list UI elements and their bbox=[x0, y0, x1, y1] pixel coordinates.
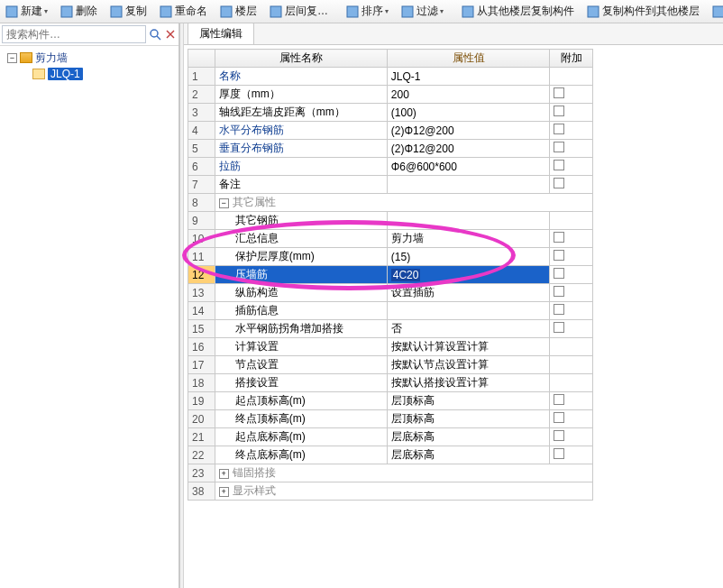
group-header[interactable]: +锚固搭接 bbox=[215, 464, 592, 482]
prop-extra-cell[interactable] bbox=[550, 428, 593, 446]
prop-value-cell[interactable]: 200 bbox=[387, 86, 549, 104]
toolbar-copy-button[interactable]: 复制 bbox=[106, 2, 151, 21]
prop-name-cell[interactable]: 起点顶标高(m) bbox=[215, 392, 387, 410]
collapse-icon[interactable]: − bbox=[7, 53, 17, 63]
prop-name-cell[interactable]: 节点设置 bbox=[215, 356, 387, 374]
grid-row[interactable]: 6拉筋Φ6@600*600 bbox=[188, 158, 593, 176]
prop-name-cell[interactable]: 保护层厚度(mm) bbox=[215, 248, 387, 266]
prop-extra-cell[interactable] bbox=[550, 302, 593, 320]
checkbox-icon[interactable] bbox=[554, 286, 564, 297]
prop-value-cell[interactable]: 设置插筋 bbox=[387, 284, 549, 302]
checkbox-icon[interactable] bbox=[554, 304, 564, 315]
grid-row[interactable]: 19起点顶标高(m)层顶标高 bbox=[188, 392, 593, 410]
prop-name-cell[interactable]: 轴线距左墙皮距离（mm） bbox=[215, 104, 387, 122]
prop-extra-cell[interactable] bbox=[550, 356, 593, 374]
prop-extra-cell[interactable] bbox=[550, 266, 593, 284]
grid-row[interactable]: 18搭接设置按默认搭接设置计算 bbox=[188, 374, 593, 392]
prop-extra-cell[interactable] bbox=[550, 410, 593, 428]
prop-extra-cell[interactable] bbox=[550, 86, 593, 104]
prop-name-cell[interactable]: 厚度（mm） bbox=[215, 86, 387, 104]
checkbox-icon[interactable] bbox=[554, 87, 564, 98]
search-clear-button[interactable] bbox=[164, 25, 177, 43]
prop-name-cell[interactable]: 水平钢筋拐角增加搭接 bbox=[215, 320, 387, 338]
toolbar-from-button[interactable]: 从其他楼层复制构件 bbox=[458, 2, 578, 21]
grid-row[interactable]: 21起点底标高(m)层底标高 bbox=[188, 428, 593, 446]
prop-extra-cell[interactable] bbox=[550, 176, 593, 194]
prop-value-cell[interactable]: 剪力墙 bbox=[387, 230, 549, 248]
collapse-icon[interactable]: − bbox=[219, 198, 229, 208]
expand-icon[interactable]: + bbox=[219, 469, 229, 479]
prop-value-cell[interactable]: Φ6@600*600 bbox=[387, 158, 549, 176]
grid-row[interactable]: 11保护层厚度(mm)(15) bbox=[188, 248, 593, 266]
prop-name-cell[interactable]: 名称 bbox=[215, 68, 387, 86]
prop-extra-cell[interactable] bbox=[550, 320, 593, 338]
tree-root-shearwall[interactable]: − 剪力墙 bbox=[2, 50, 177, 66]
component-tree[interactable]: − 剪力墙 JLQ-1 bbox=[0, 46, 178, 588]
grid-row[interactable]: 9其它钢筋 bbox=[188, 212, 593, 230]
prop-value-cell[interactable]: 层顶标高 bbox=[387, 392, 549, 410]
checkbox-icon[interactable] bbox=[554, 412, 564, 423]
grid-row[interactable]: 4水平分布钢筋(2)Φ12@200 bbox=[188, 122, 593, 140]
prop-extra-cell[interactable] bbox=[550, 158, 593, 176]
toolbar-layer2-button[interactable]: 层间复… bbox=[266, 2, 332, 21]
prop-value-cell[interactable]: 4C20 bbox=[387, 266, 549, 284]
prop-extra-cell[interactable] bbox=[550, 68, 593, 86]
grid-row[interactable]: 7备注 bbox=[188, 176, 593, 194]
toolbar-new-button[interactable]: 新建▾ bbox=[2, 2, 51, 21]
prop-value-cell[interactable]: 按默认搭接设置计算 bbox=[387, 374, 549, 392]
prop-value-cell[interactable] bbox=[387, 302, 549, 320]
grid-row[interactable]: 3轴线距左墙皮距离（mm）(100) bbox=[188, 104, 593, 122]
grid-row[interactable]: 38+显示样式 bbox=[188, 482, 593, 501]
prop-name-cell[interactable]: 起点底标高(m) bbox=[215, 428, 387, 446]
checkbox-icon[interactable] bbox=[554, 142, 564, 152]
grid-row[interactable]: 12压墙筋4C20 bbox=[188, 266, 593, 284]
prop-extra-cell[interactable] bbox=[550, 212, 593, 230]
search-input[interactable] bbox=[2, 25, 146, 43]
checkbox-icon[interactable] bbox=[554, 430, 564, 441]
prop-extra-cell[interactable] bbox=[550, 284, 593, 302]
prop-name-cell[interactable]: 其它钢筋 bbox=[215, 212, 387, 230]
prop-extra-cell[interactable] bbox=[550, 230, 593, 248]
grid-row[interactable]: 1名称JLQ-1 bbox=[188, 68, 593, 86]
prop-extra-cell[interactable] bbox=[550, 446, 593, 464]
prop-name-cell[interactable]: 垂直分布钢筋 bbox=[215, 140, 387, 158]
grid-row[interactable]: 5垂直分布钢筋(2)Φ12@200 bbox=[188, 140, 593, 158]
prop-name-cell[interactable]: 搭接设置 bbox=[215, 374, 387, 392]
prop-extra-cell[interactable] bbox=[550, 122, 593, 140]
toolbar-to-button[interactable]: 复制构件到其他楼层 bbox=[583, 2, 703, 21]
toolbar-sort-button[interactable]: 排序▾ bbox=[343, 2, 392, 21]
prop-name-cell[interactable]: 备注 bbox=[215, 176, 387, 194]
group-header[interactable]: +显示样式 bbox=[215, 482, 592, 501]
toolbar-filter-button[interactable]: 过滤▾ bbox=[398, 2, 447, 21]
group-header[interactable]: −其它属性 bbox=[215, 194, 592, 212]
prop-name-cell[interactable]: 压墙筋 bbox=[215, 266, 387, 284]
toolbar-del-button[interactable]: 删除 bbox=[57, 2, 101, 21]
prop-name-cell[interactable]: 计算设置 bbox=[215, 338, 387, 356]
prop-value-cell[interactable]: (100) bbox=[387, 104, 549, 122]
prop-name-cell[interactable]: 插筋信息 bbox=[215, 302, 387, 320]
prop-value-cell[interactable]: 否 bbox=[387, 320, 549, 338]
prop-extra-cell[interactable] bbox=[550, 248, 593, 266]
prop-value-cell[interactable]: 层底标高 bbox=[387, 428, 549, 446]
checkbox-icon[interactable] bbox=[554, 124, 564, 134]
prop-value-cell[interactable]: 层底标高 bbox=[387, 446, 549, 464]
expand-icon[interactable]: + bbox=[219, 487, 229, 497]
checkbox-icon[interactable] bbox=[554, 394, 564, 405]
checkbox-icon[interactable] bbox=[554, 322, 564, 333]
checkbox-icon[interactable] bbox=[554, 232, 564, 243]
toolbar-ren-button[interactable]: 重命名 bbox=[156, 2, 211, 21]
checkbox-icon[interactable] bbox=[554, 448, 564, 459]
prop-name-cell[interactable]: 终点底标高(m) bbox=[215, 446, 387, 464]
prop-value-cell[interactable]: 按默认计算设置计算 bbox=[387, 338, 549, 356]
prop-name-cell[interactable]: 拉筋 bbox=[215, 158, 387, 176]
toolbar-find-button[interactable]: 查找▾ bbox=[709, 2, 723, 21]
grid-row[interactable]: 17节点设置按默认节点设置计算 bbox=[188, 356, 593, 374]
checkbox-icon[interactable] bbox=[554, 160, 564, 170]
grid-row[interactable]: 20终点顶标高(m)层顶标高 bbox=[188, 410, 593, 428]
toolbar-layer-button[interactable]: 楼层 bbox=[216, 2, 261, 21]
prop-extra-cell[interactable] bbox=[550, 374, 593, 392]
tab-property-edit[interactable]: 属性编辑 bbox=[188, 23, 254, 44]
grid-row[interactable]: 23+锚固搭接 bbox=[188, 464, 593, 482]
prop-value-cell[interactable] bbox=[387, 176, 549, 194]
prop-value-cell[interactable] bbox=[387, 212, 549, 230]
